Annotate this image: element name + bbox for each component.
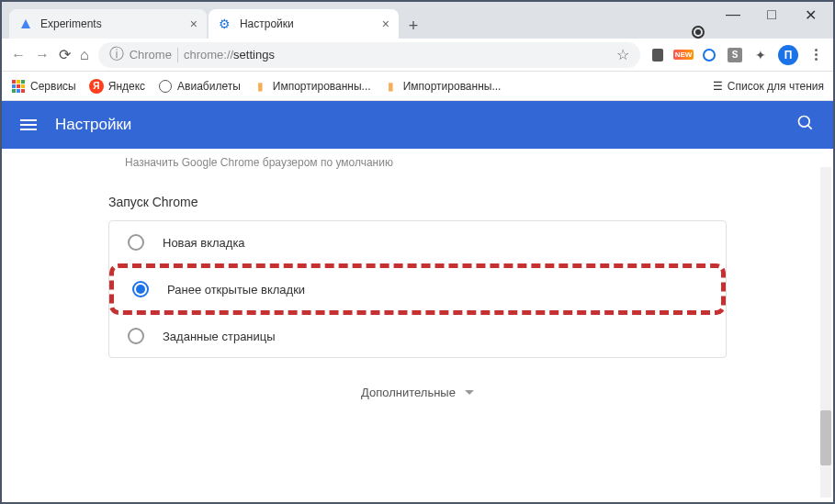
- extension-icons: NEW S ✦ П: [649, 45, 824, 65]
- reading-list-label: Список для чтения: [728, 80, 824, 93]
- bookmarks-bar: Сервисы Я Яндекс Авиабилеты ▮ Импортиров…: [2, 72, 833, 101]
- profile-avatar[interactable]: П: [778, 45, 798, 65]
- radio-icon: [128, 234, 144, 251]
- svg-point-0: [799, 117, 810, 128]
- bookmark-apps[interactable]: Сервисы: [11, 79, 76, 94]
- globe-icon: [158, 79, 173, 94]
- window-controls: — □ ✕: [710, 2, 833, 28]
- extensions-icon[interactable]: ✦: [752, 47, 769, 63]
- tab-strip: Experiments × ⚙ Настройки × +: [2, 2, 833, 39]
- radio-icon: [128, 328, 144, 344]
- svg-line-1: [808, 126, 812, 129]
- bookmark-star-icon[interactable]: ☆: [616, 46, 629, 63]
- url-text: chrome://settings: [184, 48, 275, 62]
- lock-extension-icon[interactable]: [649, 47, 666, 63]
- option-previous-tabs[interactable]: Ранее открытые вкладки: [109, 263, 726, 315]
- reload-button[interactable]: ⟳: [59, 46, 71, 63]
- bookmark-label: Импортированны...: [403, 80, 502, 93]
- advanced-label: Дополнительные: [361, 386, 456, 399]
- settings-content: Назначить Google Chrome браузером по умо…: [2, 149, 833, 502]
- address-bar: ← → ⟳ ⌂ ⓘ Chrome chrome://settings ☆ NEW…: [2, 39, 833, 72]
- search-button[interactable]: [796, 114, 815, 136]
- close-button[interactable]: ✕: [804, 8, 817, 21]
- forward-button[interactable]: →: [35, 47, 50, 63]
- startup-options-card: Новая вкладка Ранее открытые вкладки Зад…: [108, 220, 727, 358]
- advanced-toggle[interactable]: Дополнительные: [2, 358, 833, 427]
- divider: [177, 48, 178, 62]
- bookmark-imported-2[interactable]: ▮ Импортированны...: [384, 79, 502, 94]
- startup-section-title: Запуск Chrome: [2, 176, 833, 220]
- chevron-down-icon: [465, 390, 474, 395]
- option-new-tab[interactable]: Новая вкладка: [109, 221, 726, 263]
- back-button[interactable]: ←: [11, 47, 26, 63]
- hamburger-menu-icon[interactable]: [20, 119, 37, 130]
- bookmark-yandex[interactable]: Я Яндекс: [89, 79, 145, 94]
- flask-icon: [18, 17, 33, 31]
- bookmark-label: Яндекс: [108, 80, 145, 93]
- yandex-icon: Я: [89, 79, 104, 94]
- reading-list-button[interactable]: ☰ Список для чтения: [713, 80, 824, 93]
- folder-icon: ▮: [254, 79, 268, 94]
- tab-label: Experiments: [40, 17, 102, 30]
- settings-header: Настройки: [2, 101, 833, 149]
- scrollbar-thumb[interactable]: [820, 410, 831, 465]
- tab-label: Настройки: [240, 17, 294, 30]
- bookmark-imported-1[interactable]: ▮ Импортированны...: [254, 79, 371, 94]
- close-tab-icon[interactable]: ×: [190, 17, 197, 31]
- url-input[interactable]: ⓘ Chrome chrome://settings ☆: [98, 42, 640, 68]
- new-tab-button[interactable]: +: [401, 13, 426, 39]
- option-specific-pages[interactable]: Заданные страницы: [109, 315, 726, 357]
- site-info-icon[interactable]: ⓘ: [109, 45, 124, 64]
- bookmark-label: Импортированны...: [273, 80, 371, 93]
- option-label: Заданные страницы: [163, 330, 276, 343]
- bookmark-label: Авиабилеты: [177, 80, 241, 93]
- menu-icon[interactable]: [807, 47, 824, 63]
- default-browser-row: Назначить Google Chrome браузером по умо…: [2, 149, 833, 176]
- home-button[interactable]: ⌂: [80, 47, 89, 63]
- tab-settings[interactable]: ⚙ Настройки ×: [209, 9, 399, 39]
- bookmark-label: Сервисы: [30, 80, 76, 93]
- minimize-button[interactable]: —: [727, 8, 739, 21]
- maximize-button[interactable]: □: [765, 8, 778, 21]
- radio-selected-icon: [132, 281, 149, 297]
- s-extension-icon[interactable]: S: [727, 47, 743, 63]
- list-icon: ☰: [713, 80, 723, 93]
- tab-experiments[interactable]: Experiments ×: [9, 9, 207, 39]
- tab-search-button[interactable]: [692, 26, 705, 39]
- settings-title: Настройки: [55, 116, 131, 134]
- bookmark-aviabilets[interactable]: Авиабилеты: [158, 79, 241, 94]
- close-tab-icon[interactable]: ×: [382, 17, 389, 31]
- eye-extension-icon[interactable]: [701, 47, 717, 63]
- option-label: Ранее открытые вкладки: [167, 283, 305, 297]
- option-label: Новая вкладка: [163, 236, 245, 250]
- url-prefix: Chrome: [130, 48, 172, 62]
- folder-icon: ▮: [384, 79, 399, 94]
- gear-icon: ⚙: [218, 17, 232, 31]
- apps-grid-icon: [11, 79, 26, 94]
- new-extension-icon[interactable]: NEW: [675, 47, 692, 63]
